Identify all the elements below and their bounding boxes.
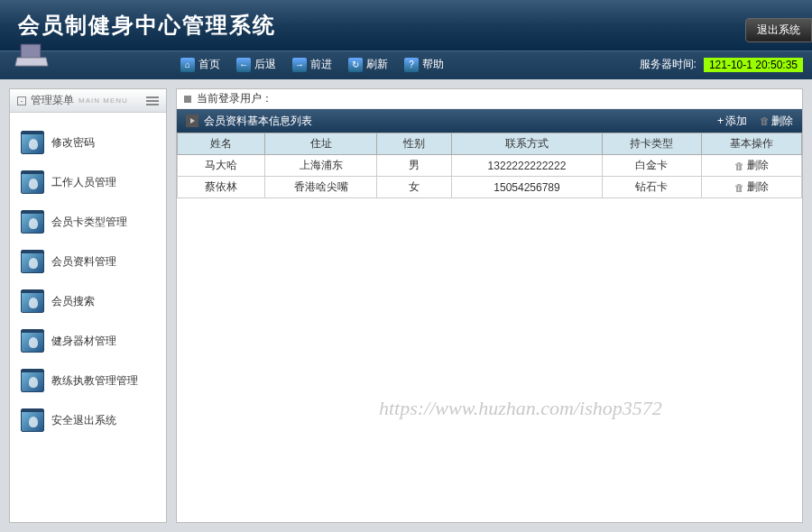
- module-icon: [21, 131, 44, 154]
- bullet-icon: [184, 96, 191, 103]
- module-icon: [21, 408, 44, 432]
- menu-label: 会员搜索: [51, 294, 95, 309]
- member-table: 姓名 住址 性别 联系方式 持卡类型 基本操作 马大哈 上海浦东 男 13222…: [177, 133, 802, 198]
- exit-system-button[interactable]: 退出系统: [745, 18, 812, 42]
- add-button[interactable]: +添加: [717, 114, 747, 129]
- cell-card-type: 钻石卡: [602, 177, 702, 198]
- server-time-value: 121-10-1 20:50:35: [704, 58, 803, 72]
- refresh-icon: ↻: [348, 58, 363, 72]
- col-gender: 性别: [377, 133, 452, 155]
- sidebar-item-member-search[interactable]: 会员搜索: [21, 289, 155, 313]
- current-user-label: 当前登录用户：: [197, 91, 272, 106]
- delete-row-button[interactable]: 🗑删除: [734, 158, 769, 173]
- cell-name: 马大哈: [178, 155, 265, 177]
- nav-label: 首页: [198, 57, 220, 72]
- play-icon: [186, 115, 198, 127]
- svg-rect-0: [21, 44, 41, 58]
- nav-back[interactable]: ← 后退: [236, 57, 276, 72]
- table-row: 蔡依林 香港啥尖嘴 女 15054256789 钻石卡 🗑删除: [178, 177, 802, 198]
- server-time-label: 服务器时间:: [640, 57, 697, 72]
- cell-contact: 15054256789: [452, 177, 602, 198]
- col-contact: 联系方式: [452, 133, 602, 155]
- module-icon: [21, 289, 44, 313]
- laptop-icon: [14, 42, 50, 69]
- nav-label: 前进: [310, 57, 332, 72]
- menu-label: 安全退出系统: [51, 413, 116, 428]
- nav-label: 帮助: [422, 57, 444, 72]
- trash-icon: 🗑: [734, 161, 744, 171]
- delete-row-button[interactable]: 🗑删除: [734, 179, 769, 195]
- nav-label: 刷新: [366, 57, 388, 72]
- sidebar-item-card-type[interactable]: 会员卡类型管理: [21, 210, 155, 234]
- sidebar-item-coach[interactable]: 教练执教管理管理: [21, 369, 155, 392]
- sidebar-item-logout[interactable]: 安全退出系统: [21, 408, 155, 432]
- menu-label: 健身器材管理: [51, 334, 116, 349]
- back-icon: ←: [236, 58, 251, 72]
- module-icon: [21, 170, 44, 194]
- cell-name: 蔡依林: [178, 177, 265, 198]
- sidebar-subtitle: MAIN MENU: [78, 96, 128, 105]
- module-icon: [21, 210, 44, 234]
- col-op: 基本操作: [702, 133, 802, 155]
- table-header-row: 姓名 住址 性别 联系方式 持卡类型 基本操作: [178, 133, 802, 155]
- cell-contact: 1322222222222: [452, 155, 602, 177]
- menu-label: 修改密码: [51, 135, 95, 151]
- menu-label: 会员卡类型管理: [51, 215, 127, 230]
- server-time: 服务器时间: 121-10-1 20:50:35: [640, 57, 803, 72]
- table-row: 马大哈 上海浦东 男 1322222222222 白金卡 🗑删除: [178, 155, 802, 177]
- sidebar-header: - 管理菜单 MAIN MENU: [10, 89, 166, 113]
- cell-gender: 男: [377, 155, 452, 177]
- sidebar-item-member-info[interactable]: 会员资料管理: [21, 250, 155, 273]
- trash-icon: 🗑: [734, 182, 744, 193]
- col-card-type: 持卡类型: [602, 133, 702, 155]
- col-name: 姓名: [178, 133, 265, 155]
- menu-label: 教练执教管理管理: [51, 373, 138, 389]
- sidebar: - 管理菜单 MAIN MENU 修改密码 工作人员管理 会员卡类型管理 会员资…: [9, 88, 167, 523]
- cell-address: 上海浦东: [264, 155, 377, 177]
- nav-help[interactable]: ? 帮助: [404, 57, 444, 72]
- plus-icon: +: [717, 115, 724, 127]
- menu-toggle-icon[interactable]: [146, 96, 159, 105]
- list-header: 会员资料基本信息列表 +添加 🗑删除: [177, 109, 802, 133]
- app-title: 会员制健身中心管理系统: [18, 11, 276, 40]
- module-icon: [21, 329, 44, 353]
- nav-refresh[interactable]: ↻ 刷新: [348, 57, 388, 72]
- toolbar: ⌂ 首页 ← 后退 → 前进 ↻ 刷新 ? 帮助 服务器时间: 121-10-1…: [0, 50, 812, 78]
- cell-gender: 女: [377, 177, 452, 198]
- body: - 管理菜单 MAIN MENU 修改密码 工作人员管理 会员卡类型管理 会员资…: [0, 78, 812, 532]
- content: 当前登录用户： 会员资料基本信息列表 +添加 🗑删除 姓名 住址 性别 联系方式…: [176, 88, 803, 523]
- sidebar-item-equipment[interactable]: 健身器材管理: [21, 329, 155, 353]
- menu-list: 修改密码 工作人员管理 会员卡类型管理 会员资料管理 会员搜索 健身器材管理 教…: [10, 113, 166, 466]
- help-icon: ?: [404, 58, 419, 72]
- nav-forward[interactable]: → 前进: [292, 57, 332, 72]
- home-icon: ⌂: [180, 58, 195, 72]
- current-user-bar: 当前登录用户：: [177, 89, 802, 109]
- sidebar-item-staff[interactable]: 工作人员管理: [21, 170, 155, 194]
- trash-icon: 🗑: [760, 115, 770, 126]
- delete-all-button[interactable]: 🗑删除: [760, 114, 793, 129]
- module-icon: [21, 250, 44, 273]
- cell-card-type: 白金卡: [602, 155, 702, 177]
- svg-marker-1: [15, 58, 48, 66]
- list-title: 会员资料基本信息列表: [204, 114, 312, 129]
- menu-label: 工作人员管理: [51, 175, 116, 190]
- app-header: 会员制健身中心管理系统 退出系统: [0, 0, 812, 50]
- col-address: 住址: [264, 133, 377, 155]
- menu-label: 会员资料管理: [51, 254, 116, 270]
- module-icon: [21, 369, 44, 392]
- nav-label: 后退: [254, 57, 276, 72]
- sidebar-item-change-password[interactable]: 修改密码: [21, 131, 155, 154]
- forward-icon: →: [292, 58, 307, 72]
- nav-home[interactable]: ⌂ 首页: [180, 57, 220, 72]
- sidebar-title: 管理菜单: [31, 93, 74, 108]
- collapse-icon[interactable]: -: [17, 96, 26, 105]
- cell-address: 香港啥尖嘴: [264, 177, 377, 198]
